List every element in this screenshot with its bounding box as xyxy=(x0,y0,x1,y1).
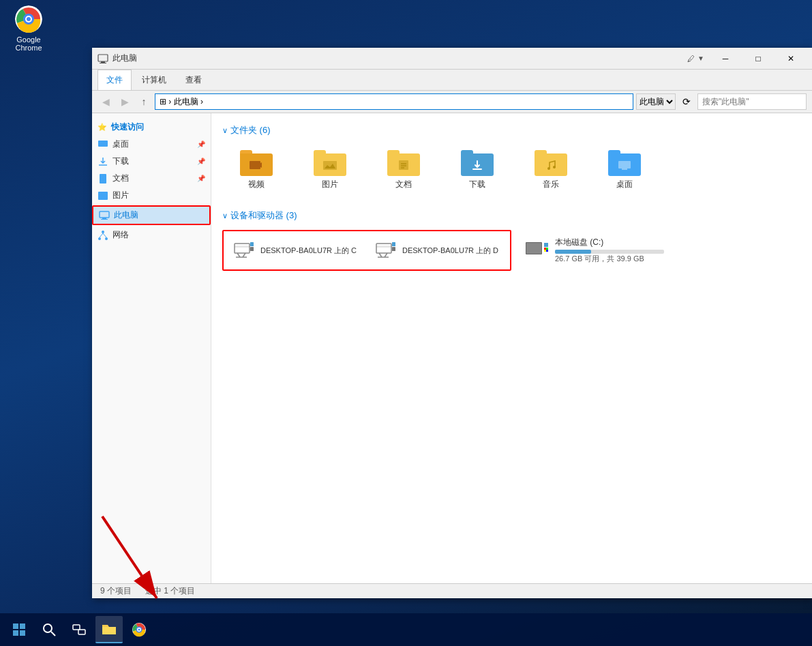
sidebar-document-label: 文档 xyxy=(112,173,129,184)
svg-point-16 xyxy=(105,237,108,240)
status-selected: 选中 1 个项目 xyxy=(145,585,195,597)
sidebar-item-desktop[interactable]: 桌面 📌 xyxy=(92,136,211,153)
minimize-button[interactable]: ─ xyxy=(710,48,741,70)
refresh-button[interactable]: ⟳ xyxy=(678,93,695,110)
sidebar-quick-access-header: ⭐ 快速访问 xyxy=(92,119,211,136)
svg-rect-10 xyxy=(98,192,108,200)
folder-item-music[interactable]: 音乐 xyxy=(517,145,585,196)
svg-rect-40 xyxy=(376,246,391,248)
address-input[interactable] xyxy=(155,93,633,110)
start-button[interactable] xyxy=(5,616,33,643)
task-view-icon xyxy=(72,623,86,636)
sidebar-item-document[interactable]: 文档 📌 xyxy=(92,170,211,187)
folder-label-music: 音乐 xyxy=(543,179,559,190)
qa-dropdown[interactable]: ▼ xyxy=(697,55,704,63)
svg-rect-9 xyxy=(100,174,106,183)
folder-item-document[interactable]: 文档 xyxy=(370,145,438,196)
sidebar-item-network[interactable]: 网络 xyxy=(92,226,211,244)
sidebar-picture-label: 图片 xyxy=(112,190,129,201)
network-drive-d-icon xyxy=(375,241,397,260)
svg-rect-58 xyxy=(20,630,25,636)
drive-item-network-d[interactable]: DESKTOP-BA0LU7R 上的 D xyxy=(370,235,506,265)
close-button[interactable]: ✕ xyxy=(775,48,807,70)
folder-item-desktop[interactable]: 桌面 xyxy=(590,145,659,196)
network-sidebar-icon xyxy=(97,230,108,241)
address-bar: ◀ ▶ ↑ 此电脑 ⟳ xyxy=(92,91,812,113)
sidebar-desktop-label: 桌面 xyxy=(112,138,129,150)
svg-rect-51 xyxy=(544,250,546,252)
sidebar-item-picture[interactable]: 图片 xyxy=(92,187,211,204)
drive-item-local-c[interactable]: 本地磁盘 (C:) 26.7 GB 可用，共 39.9 GB xyxy=(520,230,670,271)
search-input[interactable] xyxy=(697,93,807,110)
svg-point-15 xyxy=(98,237,101,240)
tab-file[interactable]: 文件 xyxy=(97,70,132,90)
folder-item-picture[interactable]: 图片 xyxy=(296,145,364,196)
network-drive-c-icon xyxy=(233,241,255,260)
folders-section-header: 文件夹 (6) xyxy=(222,124,801,136)
svg-line-18 xyxy=(103,233,106,237)
document-sidebar-icon xyxy=(97,173,108,184)
svg-rect-5 xyxy=(98,55,108,61)
folder-item-video[interactable]: 视频 xyxy=(222,145,290,196)
svg-rect-7 xyxy=(100,63,106,63)
svg-rect-56 xyxy=(20,623,25,629)
document-folder-icon xyxy=(397,159,410,171)
chrome-desktop-icon[interactable]: Google Chrome xyxy=(5,0,52,57)
sidebar-this-pc-label: 此电脑 xyxy=(114,209,138,221)
folder-label-picture: 图片 xyxy=(322,179,338,190)
sidebar-download-label: 下载 xyxy=(112,156,129,167)
drive-item-network-c[interactable]: DESKTOP-BA0LU7R 上的 C xyxy=(228,235,364,265)
forward-button[interactable]: ▶ xyxy=(117,93,133,110)
file-content-area: 文件夹 (6) xyxy=(211,113,812,583)
tab-computer[interactable]: 计算机 xyxy=(133,70,175,90)
title-bar: 此电脑 🖊 ▼ ─ □ ✕ xyxy=(92,48,812,70)
music-folder-icon xyxy=(544,159,558,171)
folder-label-download: 下载 xyxy=(469,179,485,190)
sidebar-item-this-pc[interactable]: 此电脑 xyxy=(93,207,209,224)
up-button[interactable]: ↑ xyxy=(136,93,152,110)
title-bar-controls: ─ □ ✕ xyxy=(710,48,807,70)
sidebar-item-download[interactable]: 下载 📌 xyxy=(92,153,211,170)
tab-view[interactable]: 查看 xyxy=(177,70,211,90)
local-drive-name: 本地磁盘 (C:) xyxy=(555,237,664,248)
svg-rect-47 xyxy=(526,243,541,254)
svg-rect-48 xyxy=(544,243,548,247)
address-dropdown[interactable]: 此电脑 xyxy=(636,93,676,110)
desktop-folder-icon xyxy=(617,160,632,171)
maximize-button[interactable]: □ xyxy=(742,48,774,70)
local-drive-info: 本地磁盘 (C:) 26.7 GB 可用，共 39.9 GB xyxy=(555,237,664,264)
network-drive-c-label: DESKTOP-BA0LU7R 上的 C xyxy=(260,246,357,256)
svg-line-17 xyxy=(100,233,103,237)
quick-access-toolbar: 🖊 ▼ xyxy=(687,55,704,63)
pin-icon-desktop: 📌 xyxy=(197,141,205,148)
status-bar: 9 个项目 选中 1 个项目 xyxy=(92,583,812,598)
search-icon xyxy=(42,623,56,636)
svg-line-42 xyxy=(385,253,387,257)
qa-properties[interactable]: 🖊 xyxy=(687,55,695,63)
folder-icon-picture xyxy=(314,150,346,176)
network-drives-box: DESKTOP-BA0LU7R 上的 C xyxy=(222,230,511,271)
back-button[interactable]: ◀ xyxy=(97,93,114,110)
pin-icon-document: 📌 xyxy=(197,175,205,182)
taskbar-file-explorer-button[interactable] xyxy=(95,616,123,643)
sidebar-this-pc-box: 此电脑 xyxy=(92,205,211,225)
taskbar-chrome-button[interactable] xyxy=(125,616,153,643)
svg-point-59 xyxy=(44,624,52,632)
taskbar-task-view-button[interactable] xyxy=(65,616,93,643)
folder-icon-desktop xyxy=(608,150,641,176)
ribbon: 文件 计算机 查看 xyxy=(92,70,812,91)
taskbar-search-button[interactable] xyxy=(35,616,63,643)
svg-rect-39 xyxy=(376,244,391,253)
svg-line-41 xyxy=(379,253,382,257)
folder-label-video: 视频 xyxy=(248,179,265,190)
folder-item-download[interactable]: 下载 xyxy=(443,145,511,196)
svg-point-27 xyxy=(553,166,556,168)
taskbar xyxy=(0,613,812,646)
svg-rect-62 xyxy=(78,630,85,634)
svg-rect-21 xyxy=(323,161,337,170)
svg-rect-55 xyxy=(13,623,18,629)
folder-label-document: 文档 xyxy=(395,179,412,190)
ribbon-tabs: 文件 计算机 查看 xyxy=(92,70,812,90)
svg-rect-11 xyxy=(100,211,109,218)
svg-rect-8 xyxy=(98,141,108,147)
